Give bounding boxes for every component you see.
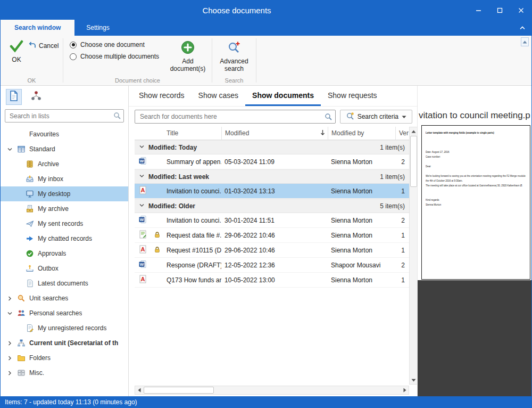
- tab-settings[interactable]: Settings: [74, 20, 121, 36]
- view-tabs: Show recordsShow casesShow documentsShow…: [129, 86, 418, 107]
- radio-choose-one-document[interactable]: Choose one document: [70, 41, 159, 48]
- sidebar-item-favourites[interactable]: Favourites: [1, 127, 128, 142]
- add-plus-icon: [181, 40, 195, 56]
- collapse-ribbon-button[interactable]: [516, 20, 529, 36]
- document-version: 1: [395, 276, 409, 284]
- ribbon-group-document-choice: Choose one document Choose multiple docu…: [63, 36, 212, 85]
- sidebar-item-archive[interactable]: Archive: [1, 157, 128, 172]
- preview-document-title: vitation to council meeting.p: [419, 110, 530, 121]
- chevron-down-icon: [139, 173, 145, 181]
- sidebar-item-personal-searches[interactable]: Personal searches: [1, 306, 128, 321]
- sidebar-item-current-unit-secretariat-of-th[interactable]: Current unit (Secretariat of th: [1, 336, 128, 350]
- document-modified: 29-06-2022 10:46: [221, 247, 328, 254]
- column-header-icon: [135, 127, 151, 140]
- close-button[interactable]: [510, 1, 531, 20]
- svg-text:W: W: [139, 217, 144, 222]
- ok-button[interactable]: OK: [5, 40, 28, 63]
- vertical-scroll-thumb[interactable]: [410, 136, 417, 187]
- svg-text:A: A: [140, 246, 145, 252]
- document-row[interactable]: WSummary of appen...05-03-2024 11:09Sien…: [135, 154, 409, 169]
- tab-show-requests[interactable]: Show requests: [321, 86, 384, 106]
- sidebar-item-approvals[interactable]: Approvals: [1, 246, 128, 261]
- chevron-down-icon: [6, 311, 13, 316]
- sidebar-item-label: Latest documents: [38, 280, 88, 287]
- document-icon: [9, 90, 19, 104]
- scroll-up-icon[interactable]: [410, 128, 417, 135]
- scroll-up-button[interactable]: [521, 37, 529, 46]
- sidebar-search: [5, 109, 124, 123]
- document-modified: 05-03-2024 11:09: [221, 158, 328, 166]
- window-controls: [468, 1, 531, 20]
- preview-text-line: [426, 169, 526, 174]
- tab-show-records[interactable]: Show records: [132, 86, 192, 106]
- sidebar-item-my-sent-records[interactable]: My sent records: [1, 216, 128, 231]
- horizontal-scrollbar[interactable]: [135, 386, 409, 395]
- document-row[interactable]: ARequest #10115 (D...29-06-2022 10:46Sie…: [135, 243, 409, 258]
- ribbon-group-search: Advanced search Search: [212, 36, 256, 85]
- search-criteria-button[interactable]: Search criteria: [340, 110, 412, 124]
- hierarchy-view-button[interactable]: [28, 89, 44, 105]
- document-row[interactable]: AQ173 How funds ar...10-05-2022 13:00Sie…: [135, 273, 409, 288]
- group-header-modified-today[interactable]: Modified: Today1 item(s): [135, 140, 409, 154]
- sidebar-item-label: Current unit (Secretariat of th: [29, 339, 118, 347]
- document-modified-by: Sienna Morton: [328, 247, 395, 254]
- sidebar-item-label: Personal searches: [29, 309, 82, 317]
- sidebar-item-my-archive[interactable]: My archive: [1, 201, 128, 216]
- column-header-title[interactable]: Title: [163, 127, 221, 140]
- sidebar-item-latest-documents[interactable]: Latest documents: [1, 276, 128, 291]
- document-row[interactable]: WResponse (DRAFT)12-05-2022 12:36Shapoor…: [135, 258, 409, 273]
- scroll-right-icon[interactable]: [401, 387, 408, 394]
- group-header-modified-older[interactable]: Modified: Older5 item(s): [135, 199, 409, 213]
- document-row[interactable]: Request data file #...29-06-2022 10:46Si…: [135, 228, 409, 243]
- preview-page[interactable]: Letter template with merging fields (exa…: [421, 125, 530, 280]
- sidebar-item-folders[interactable]: Folders: [1, 350, 128, 365]
- minimize-button[interactable]: [468, 1, 489, 20]
- document-version: 1: [395, 232, 409, 239]
- tab-show-cases[interactable]: Show cases: [192, 86, 245, 106]
- add-documents-button[interactable]: Add document(s): [169, 40, 207, 72]
- sidebar-item-misc[interactable]: Misc.: [1, 365, 128, 380]
- preview-text-line: [426, 145, 526, 150]
- document-row[interactable]: WInvitation to counci...30-01-2024 11:51…: [135, 213, 409, 228]
- ok-check-icon: [9, 40, 24, 54]
- tab-search-window[interactable]: Search window: [1, 20, 74, 36]
- sidebar-item-label: Unit searches: [29, 295, 68, 302]
- outbox-icon: [25, 264, 35, 273]
- inbox-icon: [25, 175, 35, 183]
- sidebar-search-input[interactable]: [5, 109, 124, 123]
- unregistered-icon: [25, 324, 35, 332]
- column-header-modified-by[interactable]: Modified by: [328, 127, 395, 140]
- document-search-input[interactable]: [135, 110, 336, 124]
- documents-view-button[interactable]: [6, 89, 22, 105]
- document-row[interactable]: AInvitation to counci...01-03-2024 13:13…: [135, 184, 409, 199]
- tab-show-documents[interactable]: Show documents: [245, 86, 321, 106]
- scroll-down-icon[interactable]: [410, 377, 417, 383]
- scroll-left-icon[interactable]: [136, 387, 143, 394]
- horizontal-scroll-thumb[interactable]: [144, 387, 214, 394]
- sidebar-item-outbox[interactable]: Outbox: [1, 261, 128, 276]
- preview-text-line: [426, 140, 526, 145]
- sidebar-item-my-desktop[interactable]: My desktop: [1, 186, 128, 201]
- sidebar-item-unit-searches[interactable]: Unit searches: [1, 291, 128, 306]
- document-modified-by: Sienna Morton: [328, 158, 395, 166]
- preview-text-line: [426, 193, 526, 198]
- sidebar-item-my-unregistered-records[interactable]: My unregistered records: [1, 321, 128, 336]
- group-label-document-choice: Document choice: [63, 77, 212, 84]
- radio-choose-one-label: Choose one document: [80, 41, 145, 48]
- column-header-version[interactable]: Ver: [395, 127, 409, 140]
- advanced-search-button[interactable]: Advanced search: [215, 40, 253, 72]
- column-header-modified[interactable]: Modified: [221, 127, 328, 140]
- sidebar-item-standard[interactable]: Standard: [1, 142, 128, 157]
- document-title: Invitation to counci...: [163, 187, 221, 195]
- column-header-modified-label: Modified: [225, 129, 249, 137]
- desktop-icon: [25, 190, 35, 198]
- maximize-button[interactable]: [489, 1, 510, 20]
- cancel-button[interactable]: Cancel: [28, 42, 59, 50]
- sidebar-item-my-inbox[interactable]: My inbox: [1, 172, 128, 186]
- radio-choose-multiple-documents[interactable]: Choose multiple documents: [70, 53, 159, 60]
- group-header-modified-last-week[interactable]: Modified: Last week1 item(s): [135, 169, 409, 184]
- radio-selected-icon: [70, 42, 77, 48]
- standard-icon: [16, 145, 26, 153]
- sidebar-item-my-chatted-records[interactable]: My chatted records: [1, 231, 128, 246]
- document-modified-by: Sienna Morton: [328, 217, 395, 224]
